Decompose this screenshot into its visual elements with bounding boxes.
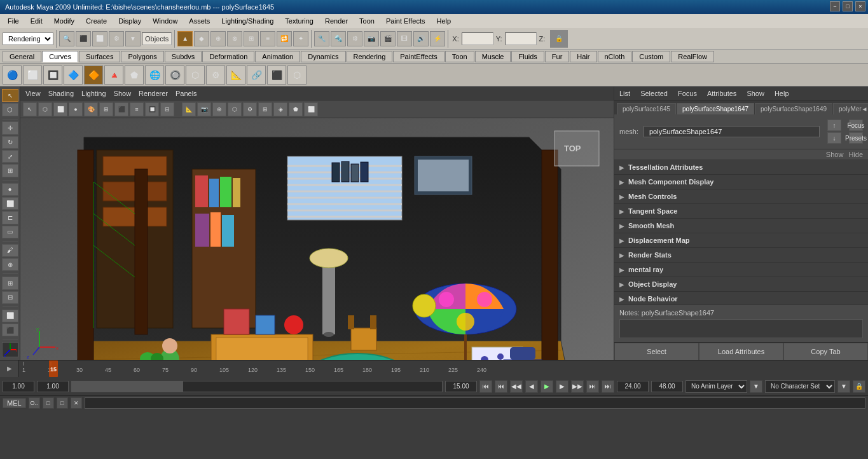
prev-key-btn[interactable]: ⏮	[495, 380, 507, 393]
tool-scale[interactable]: ⤢	[2, 150, 18, 163]
tab-deformation[interactable]: Deformation	[202, 51, 254, 62]
attr-header-attributes[interactable]: Attributes	[707, 90, 736, 97]
attr-section-header-render-stats[interactable]: ▶ Render Stats	[614, 248, 868, 262]
tb-btn-1[interactable]: 🔍	[59, 31, 74, 46]
attr-header-show[interactable]: Show	[747, 90, 764, 97]
attr-section-header-mental-ray[interactable]: ▶ mental ray	[614, 263, 868, 277]
end-range-input-2[interactable]	[651, 381, 683, 392]
vp-menu-show[interactable]: Show	[114, 90, 132, 97]
attr-section-header-displacement-map[interactable]: ▶ Displacement Map	[614, 233, 868, 247]
anim-layer-expand[interactable]: ▼	[750, 380, 762, 393]
tab-polygons[interactable]: Polygons	[121, 51, 163, 62]
attr-section-header-object-display[interactable]: ▶ Object Display	[614, 277, 868, 291]
tb-btn-19[interactable]: 🎞	[397, 31, 412, 46]
tab-curves[interactable]: Curves	[42, 51, 78, 62]
tb-btn-15[interactable]: 🔩	[331, 31, 346, 46]
viewport-canvas[interactable]: x y z TOP	[20, 118, 614, 360]
tab-dynamics[interactable]: Dynamics	[301, 51, 345, 62]
vp-tb-17[interactable]: ◈	[273, 102, 287, 116]
bottom-icon-4[interactable]: ✕	[71, 397, 82, 409]
vp-menu-view[interactable]: View	[25, 90, 41, 97]
time-field[interactable]	[445, 381, 477, 392]
tb-btn-13[interactable]: ✦	[293, 31, 308, 46]
tool-sphere[interactable]: ●	[2, 183, 18, 196]
tb-select-btn[interactable]: ▲	[177, 31, 193, 46]
timeline-ruler[interactable]: 1 15 30 45 60 75 90 105 120 135 150 165 …	[19, 360, 868, 377]
attr-header-selected[interactable]: Selected	[640, 90, 668, 97]
expand-up-btn[interactable]: ↑	[827, 120, 841, 131]
tab-general[interactable]: General	[3, 51, 41, 62]
tool-rotate[interactable]: ↻	[2, 136, 18, 149]
tb-btn-3[interactable]: ⬜	[92, 31, 107, 46]
attr-header-help[interactable]: Help	[775, 90, 789, 97]
vp-menu-panels[interactable]: Panels	[176, 90, 197, 97]
tb-btn-10[interactable]: ⊞	[244, 31, 259, 46]
tb-btn-7[interactable]: ◆	[194, 31, 209, 46]
tab-painteffects[interactable]: PaintEffects	[393, 51, 444, 62]
tb-btn-8[interactable]: ⊕	[210, 31, 226, 46]
vp-tb-5[interactable]: 🎨	[84, 102, 98, 116]
vp-tb-11[interactable]: 📐	[182, 102, 196, 116]
obj-tab-2[interactable]: polySurfaceShape1647	[677, 103, 754, 114]
tab-toon[interactable]: Toon	[445, 51, 474, 62]
tab-rendering[interactable]: Rendering	[347, 51, 393, 62]
shelf-btn-9[interactable]: 🔘	[165, 65, 184, 85]
tab-subdvs[interactable]: Subdvs	[165, 51, 202, 62]
vp-tb-7[interactable]: ⬛	[114, 102, 128, 116]
tool-plane[interactable]: ▭	[2, 226, 18, 238]
tool-sculpt[interactable]: ⊕	[2, 258, 18, 271]
shelf-btn-3[interactable]: 🔲	[43, 65, 62, 85]
menu-display[interactable]: Display	[113, 16, 146, 26]
tool-cube[interactable]: ⬜	[2, 197, 18, 210]
tool-paint[interactable]: 🖌	[2, 244, 18, 257]
tab-muscle[interactable]: Muscle	[475, 51, 511, 62]
shelf-btn-12[interactable]: 📐	[226, 65, 245, 85]
end-range-input[interactable]	[617, 381, 649, 392]
tab-surfaces[interactable]: Surfaces	[79, 51, 120, 62]
menu-toon[interactable]: Toon	[354, 16, 380, 26]
presets-btn[interactable]: Presets	[849, 132, 863, 144]
goto-end-btn[interactable]: ⏭	[602, 380, 614, 393]
tool-misc-1[interactable]: ⬜	[2, 310, 18, 322]
vp-tb-14[interactable]: ⬡	[228, 102, 242, 116]
close-button[interactable]: ×	[855, 1, 865, 11]
mel-command-input[interactable]	[85, 397, 865, 409]
goto-start-btn[interactable]: ⏮	[479, 380, 492, 393]
next-frame-btn[interactable]: ▶▶	[571, 380, 584, 393]
tb-btn-12[interactable]: 🔁	[277, 31, 292, 46]
vp-menu-shading[interactable]: Shading	[48, 90, 74, 97]
menu-lighting-shading[interactable]: Lighting/Shading	[216, 16, 279, 26]
bottom-icon-3[interactable]: □	[57, 397, 68, 409]
bottom-icon-2[interactable]: □	[43, 397, 54, 409]
shelf-btn-1[interactable]: 🔵	[3, 65, 22, 85]
expand-down-btn[interactable]: ↓	[827, 132, 841, 144]
attr-section-header-tangent-space[interactable]: ▶ Tangent Space	[614, 204, 868, 218]
tb-btn-21[interactable]: ⚡	[430, 31, 445, 46]
mel-button[interactable]: MEL	[3, 398, 26, 408]
copy-tab-button[interactable]: Copy Tab	[783, 343, 868, 360]
vp-tb-16[interactable]: ⊞	[258, 102, 272, 116]
tab-animation[interactable]: Animation	[255, 51, 300, 62]
show-btn[interactable]: Show	[826, 151, 844, 158]
attr-section-header-mesh-component[interactable]: ▶ Mesh Component Display	[614, 175, 868, 189]
focus-btn[interactable]: Focus	[849, 120, 863, 131]
tb-btn-9[interactable]: ⊗	[227, 31, 242, 46]
tb-btn-20[interactable]: 🔊	[413, 31, 429, 46]
vp-tb-13[interactable]: ⊕	[212, 102, 226, 116]
anim-layer-select[interactable]: No Anim Layer	[685, 380, 747, 393]
tab-realflow[interactable]: RealFlow	[671, 51, 714, 62]
char-set-expand[interactable]: ▼	[837, 380, 850, 393]
vp-tb-1[interactable]: ↖	[23, 102, 37, 116]
obj-tab-3[interactable]: polySurfaceShape1649	[755, 103, 832, 114]
menu-file[interactable]: File	[3, 16, 24, 26]
shelf-btn-14[interactable]: ⬛	[267, 65, 286, 85]
vp-tb-3[interactable]: ⬜	[53, 102, 67, 116]
vp-tb-10[interactable]: ⊟	[160, 102, 174, 116]
tb-btn-18[interactable]: 🎬	[380, 31, 396, 46]
menu-paint-effects[interactable]: Paint Effects	[381, 16, 431, 26]
shelf-btn-15[interactable]: ⬡	[287, 65, 307, 85]
select-button[interactable]: Select	[614, 343, 699, 360]
prev-step-btn[interactable]: ◀	[525, 380, 538, 393]
next-key-btn[interactable]: ⏭	[586, 380, 599, 393]
attr-section-header-smooth-mesh[interactable]: ▶ Smooth Mesh	[614, 219, 868, 233]
